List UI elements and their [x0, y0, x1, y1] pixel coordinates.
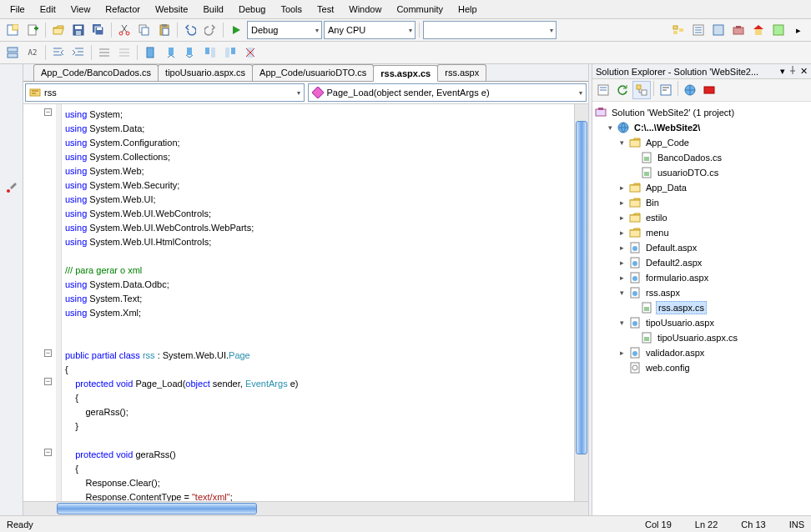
- menu-test[interactable]: Test: [310, 2, 340, 17]
- menu-website[interactable]: Website: [149, 2, 195, 17]
- copy-website-button[interactable]: [681, 81, 699, 99]
- refresh-button[interactable]: [613, 81, 632, 99]
- bookmark-toggle-icon[interactable]: [141, 43, 159, 62]
- menu-window[interactable]: Window: [342, 2, 388, 17]
- class-view-icon[interactable]: [3, 43, 22, 62]
- code-editor[interactable]: −−−− using System;using System.Data;usin…: [23, 104, 588, 501]
- uncomment-icon[interactable]: [115, 43, 133, 62]
- save-all-button[interactable]: [89, 21, 108, 39]
- tree-node[interactable]: rss.aspx: [594, 285, 809, 300]
- tree-node[interactable]: Default2.aspx: [594, 255, 809, 270]
- svg-rect-65: [644, 307, 649, 311]
- extension-icon[interactable]: [769, 21, 788, 39]
- tree-node[interactable]: App_Code: [594, 135, 809, 150]
- tree-node[interactable]: validador.aspx: [594, 345, 809, 360]
- tree-node[interactable]: menu: [594, 225, 809, 240]
- tree-node[interactable]: usuarioDTO.cs: [594, 165, 809, 180]
- types-dropdown[interactable]: rss: [25, 83, 305, 102]
- menu-edit[interactable]: Edit: [33, 2, 63, 17]
- platform-dropdown[interactable]: Any CPU: [324, 21, 416, 39]
- paste-button[interactable]: [155, 21, 174, 39]
- svg-rect-12: [142, 28, 149, 35]
- menu-tools[interactable]: Tools: [274, 2, 309, 17]
- bookmark-next-icon[interactable]: [181, 43, 199, 62]
- horizontal-scrollbar[interactable]: [23, 501, 588, 515]
- bookmark-prevdoc-icon[interactable]: [201, 43, 219, 62]
- tree-node[interactable]: BancoDados.cs: [594, 150, 809, 165]
- tree-root[interactable]: Solution 'WebSite2' (1 project): [594, 105, 809, 120]
- tree-node[interactable]: estilo: [594, 210, 809, 225]
- document-tab[interactable]: rss.aspx.cs: [373, 65, 438, 82]
- tree-node[interactable]: tipoUsuario.aspx: [594, 315, 809, 330]
- left-dock: [0, 64, 23, 515]
- hex-icon[interactable]: A2: [23, 43, 42, 62]
- solution-explorer: Solution Explorer - Solution 'WebSite2..…: [592, 64, 811, 515]
- comment-icon[interactable]: [95, 43, 113, 62]
- navigation-bar: rss Page_Load(object sender, EventArgs e…: [23, 82, 588, 104]
- menu-build[interactable]: Build: [196, 2, 229, 17]
- open-button[interactable]: [49, 21, 68, 39]
- svg-rect-43: [704, 87, 714, 93]
- add-item-button[interactable]: [23, 21, 42, 39]
- svg-rect-55: [630, 230, 640, 237]
- document-tab[interactable]: rss.aspx: [437, 64, 486, 81]
- toolbox-icon[interactable]: [729, 21, 748, 39]
- toolbar-secondary: A2: [0, 42, 811, 64]
- menu-help[interactable]: Help: [451, 2, 484, 17]
- properties-icon[interactable]: [689, 21, 708, 39]
- close-icon[interactable]: ✕: [800, 66, 808, 77]
- tree-node[interactable]: rss.aspx.cs: [594, 300, 809, 315]
- save-button[interactable]: [69, 21, 88, 39]
- document-tab[interactable]: App_Code/BancoDados.cs: [33, 64, 159, 81]
- redo-button[interactable]: [201, 21, 219, 39]
- menu-debug[interactable]: Debug: [232, 2, 272, 17]
- main-area: App_Code/BancoDados.cstipoUsuario.aspx.c…: [0, 64, 811, 515]
- window-position-icon[interactable]: ▾: [780, 66, 785, 77]
- svg-rect-32: [225, 48, 229, 58]
- cut-button[interactable]: [115, 21, 133, 39]
- new-project-button[interactable]: [3, 21, 22, 39]
- start-page-icon[interactable]: [749, 21, 768, 39]
- document-tab[interactable]: tipoUsuario.aspx.cs: [158, 64, 253, 81]
- svg-point-71: [632, 351, 637, 356]
- bookmark-nextdoc-icon[interactable]: [221, 43, 239, 62]
- toolbar-main: Debug Any CPU ▸: [0, 19, 811, 42]
- menu-community[interactable]: Community: [390, 2, 450, 17]
- menu-file[interactable]: File: [3, 2, 32, 17]
- nest-button[interactable]: [632, 81, 651, 99]
- object-browser-icon[interactable]: [709, 21, 728, 39]
- start-debug-button[interactable]: [227, 21, 245, 39]
- solution-explorer-icon[interactable]: [669, 21, 688, 39]
- tree-node[interactable]: Bin: [594, 195, 809, 210]
- undo-button[interactable]: [181, 21, 199, 39]
- copy-button[interactable]: [135, 21, 154, 39]
- solution-tree[interactable]: Solution 'WebSite2' (1 project)C:\...\We…: [592, 102, 811, 515]
- tree-project[interactable]: C:\...\WebSite2\: [594, 120, 809, 135]
- find-dropdown[interactable]: [423, 21, 557, 39]
- tree-node[interactable]: Default.aspx: [594, 240, 809, 255]
- indent-more-icon[interactable]: [69, 43, 88, 62]
- bookmark-prev-icon[interactable]: [161, 43, 179, 62]
- bookmark-clear-icon[interactable]: [241, 43, 259, 62]
- menu-view[interactable]: View: [64, 2, 98, 17]
- toolbox-tab-icon[interactable]: [5, 181, 18, 194]
- menu-refactor[interactable]: Refactor: [98, 2, 147, 17]
- asp-config-button[interactable]: [700, 81, 718, 99]
- svg-rect-2: [28, 25, 36, 35]
- tree-node[interactable]: tipoUsuario.aspx.cs: [594, 330, 809, 345]
- members-dropdown[interactable]: Page_Load(object sender, EventArgs e): [308, 83, 587, 102]
- chevron-icon[interactable]: ▸: [789, 21, 808, 39]
- config-dropdown[interactable]: Debug: [247, 21, 322, 39]
- properties-button[interactable]: [594, 81, 612, 99]
- tree-node[interactable]: formulario.aspx: [594, 270, 809, 285]
- view-code-button[interactable]: [657, 81, 675, 99]
- pin-icon[interactable]: [788, 66, 797, 77]
- vertical-scrollbar[interactable]: [574, 104, 588, 501]
- document-tab[interactable]: App_Code/usuarioDTO.cs: [252, 64, 374, 81]
- solution-explorer-titlebar: Solution Explorer - Solution 'WebSite2..…: [592, 64, 811, 79]
- svg-point-9: [119, 32, 123, 35]
- indent-less-icon[interactable]: [49, 43, 68, 62]
- tree-node[interactable]: App_Data: [594, 180, 809, 195]
- tree-node[interactable]: web.config: [594, 360, 809, 375]
- svg-rect-40: [642, 90, 647, 95]
